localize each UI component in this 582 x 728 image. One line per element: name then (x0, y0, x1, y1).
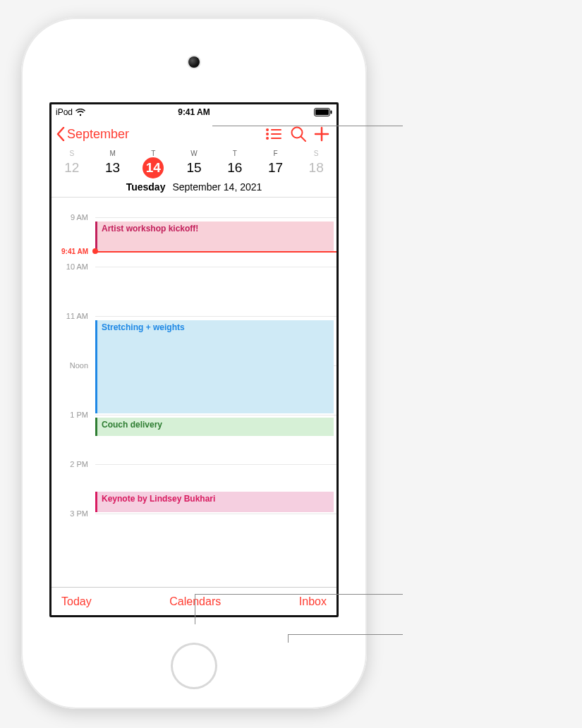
week-header: SMTWTFS 12131415161718 TuesdaySeptember … (51, 148, 337, 202)
callout-line (288, 634, 403, 635)
day-15[interactable]: 15 (174, 157, 214, 178)
weekday-label: T (133, 150, 174, 157)
list-view-button[interactable] (253, 128, 286, 140)
day-16[interactable]: 16 (214, 157, 255, 178)
callout-line (195, 594, 403, 595)
hour-label: Noon (51, 361, 92, 370)
date-full: September 14, 2021 (172, 181, 262, 193)
day-schedule[interactable]: 9 AM10 AM11 AMNoon1 PM2 PM3 PMArtist wor… (51, 202, 337, 587)
hour-gridline (95, 514, 337, 514)
back-label: September (67, 127, 129, 142)
svg-point-7 (266, 137, 269, 140)
home-button[interactable] (171, 643, 217, 689)
calendar-event[interactable]: Keynote by Lindsey Bukhari (95, 492, 334, 513)
hour-label: 9 AM (51, 213, 92, 222)
inbox-button[interactable]: Inbox (299, 595, 327, 608)
svg-rect-6 (271, 133, 281, 135)
nav-bar: September (51, 120, 337, 148)
hour-gridline (95, 267, 337, 267)
bottom-toolbar: Today Calendars Inbox (51, 587, 337, 615)
svg-point-5 (266, 133, 269, 135)
day-18[interactable]: 18 (296, 157, 337, 178)
svg-rect-4 (271, 129, 281, 131)
hour-gridline (95, 217, 337, 218)
day-12[interactable]: 12 (51, 157, 92, 178)
weekday-label: M (92, 150, 133, 157)
now-label: 9:41 AM (51, 247, 92, 255)
weekday-label: S (296, 150, 337, 157)
hour-label: 3 PM (51, 509, 92, 518)
status-bar: iPod 9:41 AM (51, 104, 337, 120)
front-camera (188, 56, 200, 68)
svg-line-10 (301, 137, 305, 141)
calendar-event[interactable]: Stretching + weights (95, 320, 334, 413)
now-indicator-line (95, 251, 337, 253)
hour-label: 2 PM (51, 460, 92, 468)
weekday-label: F (255, 150, 296, 157)
screen: iPod 9:41 AM September (49, 102, 339, 617)
svg-point-3 (266, 128, 269, 131)
add-event-button[interactable] (311, 126, 332, 142)
today-button[interactable]: Today (61, 595, 92, 608)
date-weekday: Tuesday (126, 181, 166, 193)
search-button[interactable] (286, 126, 311, 142)
date-title: TuesdaySeptember 14, 2021 (51, 181, 337, 193)
calendar-event[interactable]: Couch delivery (95, 418, 334, 436)
now-indicator-dot (92, 248, 98, 254)
back-button[interactable]: September (56, 127, 129, 142)
hour-label: 10 AM (51, 262, 92, 271)
day-17[interactable]: 17 (255, 157, 296, 178)
callout-line (212, 126, 403, 126)
svg-point-9 (292, 128, 303, 138)
weekday-label: T (214, 150, 255, 157)
calendar-event[interactable]: Artist workshop kickoff! (95, 222, 334, 253)
status-time: 9:41 AM (51, 107, 337, 117)
day-14[interactable]: 14 (133, 157, 174, 178)
hour-label: 11 AM (51, 312, 92, 320)
weekday-label: W (174, 150, 214, 157)
day-13[interactable]: 13 (92, 157, 133, 178)
svg-rect-8 (271, 138, 281, 139)
hour-gridline (95, 316, 337, 317)
device-frame: iPod 9:41 AM September (21, 18, 367, 709)
hour-label: 1 PM (51, 411, 92, 419)
weekday-label: S (51, 150, 92, 157)
hour-gridline (95, 415, 337, 415)
hour-gridline (95, 464, 337, 465)
